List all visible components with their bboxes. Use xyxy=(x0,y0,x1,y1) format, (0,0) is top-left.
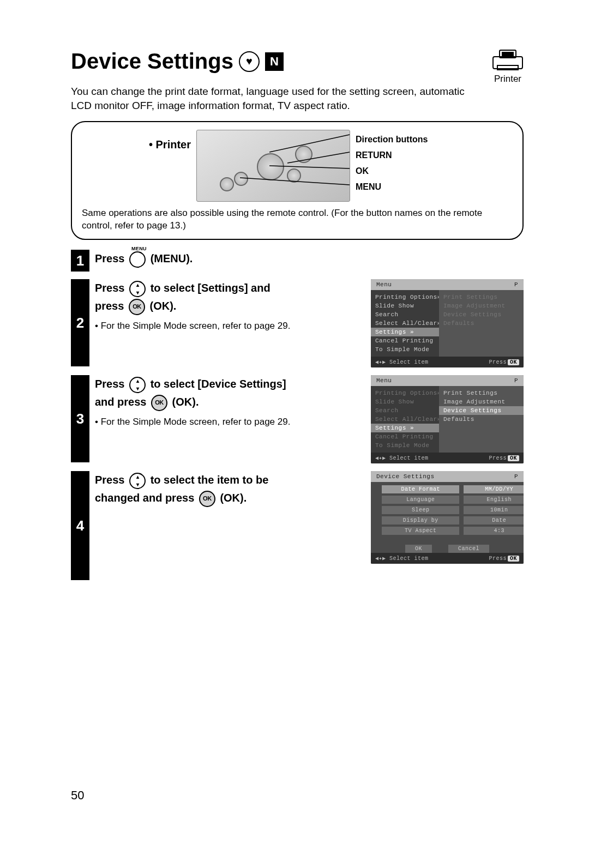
title-text: Device Settings xyxy=(71,49,233,74)
text: to select the item to be xyxy=(151,474,269,486)
ss-footer-right: PressOK xyxy=(489,556,519,562)
step-3: 3 Press to select [Device Settings] and … xyxy=(71,375,524,463)
callout-ok: OK xyxy=(356,164,428,179)
settings-value: 4:3 xyxy=(464,527,524,535)
menu-left-item: Cancel Printing xyxy=(371,336,439,345)
text: (MENU). xyxy=(151,252,193,264)
panel-callouts: Direction buttons RETURN OK MENU xyxy=(356,130,428,202)
page-title: Device Settings ♥ N xyxy=(71,49,284,74)
callout-direction: Direction buttons xyxy=(356,132,428,148)
svg-line-5 xyxy=(287,152,350,163)
ss-footer-right: PressOK xyxy=(489,359,519,365)
printer-label: Printer xyxy=(492,74,524,85)
callout-menu: MENU xyxy=(356,179,428,195)
text: Press xyxy=(95,378,125,390)
text: (OK). xyxy=(172,396,199,408)
ss-title: Menu xyxy=(376,377,392,384)
ss-ok-button: OK xyxy=(405,545,432,553)
step-number: 4 xyxy=(71,471,89,580)
svg-line-7 xyxy=(240,178,350,185)
printer-panel: • Printer Direction buttons RETURN OK ME xyxy=(71,121,524,240)
menu-button-icon: MENU xyxy=(129,251,146,268)
ss-footer-left: ◀✦▶ Select item xyxy=(375,555,429,562)
menu-right-item: Image Adjustment xyxy=(439,397,524,406)
step-number: 1 xyxy=(71,250,89,272)
settings-value: English xyxy=(464,496,524,504)
settings-label: Language xyxy=(382,496,459,504)
settings-label: Display by xyxy=(382,516,459,525)
settings-label: TV Aspect xyxy=(382,527,459,535)
svg-line-4 xyxy=(269,135,350,152)
settings-row: LanguageEnglish xyxy=(382,496,524,504)
svg-line-6 xyxy=(269,166,350,168)
settings-value: 10min xyxy=(464,506,524,514)
ss-title: Device Settings xyxy=(376,473,435,480)
heart-icon: ♥ xyxy=(239,51,260,72)
text: changed and press xyxy=(95,492,194,504)
p-icon: P xyxy=(514,377,518,384)
settings-value: MM/DD/YY xyxy=(464,485,524,493)
text: press xyxy=(95,300,124,312)
p-icon: P xyxy=(514,281,518,288)
panel-printer-heading: • Printer xyxy=(82,130,191,202)
menu-left-item: Cancel Printing xyxy=(371,432,439,441)
settings-row: Date FormatMM/DD/YY xyxy=(382,485,524,493)
step-number: 2 xyxy=(71,279,89,366)
step-2-text: Press to select [Settings] and press OK … xyxy=(95,279,291,315)
menu-right-item: Defaults xyxy=(439,319,524,328)
menu-right-item: Print Settings xyxy=(439,293,524,302)
menu-left-item: Search xyxy=(371,310,439,319)
text: to select [Settings] and xyxy=(151,282,271,294)
text: to select [Device Settings] xyxy=(151,378,286,390)
screenshot-step-3: MenuP Printing Options»Slide ShowSearchS… xyxy=(371,375,524,463)
panel-note: Same operations are also possible using … xyxy=(82,207,513,232)
ss-footer-left: ◀✦▶ Select item xyxy=(375,359,429,365)
step-2: 2 Press to select [Settings] and press O… xyxy=(71,279,524,367)
step-4: 4 Press to select the item to be changed… xyxy=(71,471,524,580)
ok-button-icon: OK xyxy=(151,395,167,411)
menu-left-item: Printing Options» xyxy=(371,389,439,397)
menu-left-item: Printing Options» xyxy=(371,293,439,302)
text: (OK). xyxy=(150,300,177,312)
step-1: 1 Press MENU (MENU). xyxy=(71,250,524,272)
ss-cancel-button: Cancel xyxy=(448,545,489,553)
callout-return: RETURN xyxy=(356,148,428,164)
settings-row: TV Aspect4:3 xyxy=(382,527,524,535)
printer-icon-block: Printer xyxy=(492,49,524,85)
step-3-text: Press to select [Device Settings] and pr… xyxy=(95,375,291,411)
menu-right-item: Print Settings xyxy=(439,389,524,397)
device-photo xyxy=(196,130,350,202)
menu-left-item: To Simple Mode xyxy=(371,441,439,450)
menu-left-item: Settings » xyxy=(371,424,439,432)
menu-left-item: Settings » xyxy=(371,328,439,336)
printer-icon xyxy=(492,49,524,71)
step-2-sub: • For the Simple Mode screen, refer to p… xyxy=(95,321,291,331)
text: Press xyxy=(95,252,125,264)
menu-right-item: Defaults xyxy=(439,415,524,424)
settings-value: Date xyxy=(464,516,524,525)
screenshot-step-2: MenuP Printing Options»Slide ShowSearchS… xyxy=(371,279,524,367)
ok-button-icon: OK xyxy=(129,299,145,315)
page-number: 50 xyxy=(71,788,84,803)
updown-icon xyxy=(129,377,146,393)
text: (OK). xyxy=(220,492,247,504)
ss-footer-right: PressOK xyxy=(489,455,519,461)
page-header: Device Settings ♥ N Printer xyxy=(71,49,524,85)
menu-right-item: Device Settings xyxy=(439,310,524,319)
n-badge-icon: N xyxy=(265,52,284,71)
settings-label: Date Format xyxy=(382,485,459,493)
step-number: 3 xyxy=(71,375,89,462)
menu-left-item: Select All/Clear» xyxy=(371,319,439,328)
text: Press xyxy=(95,474,125,486)
menu-left-item: To Simple Mode xyxy=(371,345,439,354)
menu-left-item: Search xyxy=(371,406,439,415)
menu-label-tiny: MENU xyxy=(131,245,147,252)
menu-right-item: Image Adjustment xyxy=(439,302,524,310)
updown-icon xyxy=(129,473,146,489)
ss-footer-left: ◀✦▶ Select item xyxy=(375,455,429,461)
settings-label: Sleep xyxy=(382,506,459,514)
step-1-text: Press MENU (MENU). xyxy=(95,250,291,268)
screenshot-step-4: Device SettingsP Date FormatMM/DD/YYLang… xyxy=(371,471,524,564)
settings-row: Display byDate xyxy=(382,516,524,525)
step-4-text: Press to select the item to be changed a… xyxy=(95,471,291,507)
